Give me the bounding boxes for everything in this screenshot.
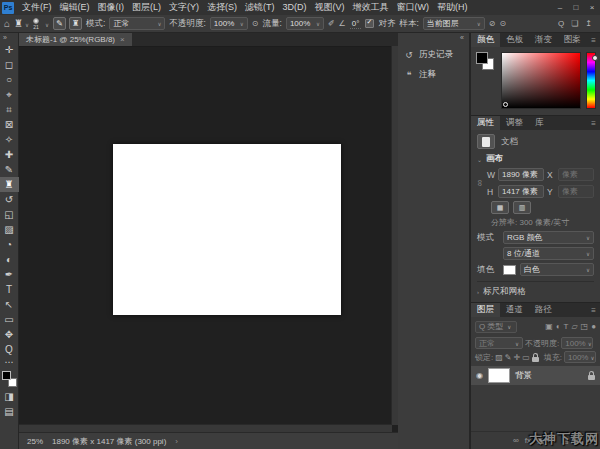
clone-stamp-tool[interactable]: ♜ [0, 177, 19, 192]
link-dimensions-icon[interactable] [477, 178, 484, 188]
color-field-cursor[interactable] [503, 102, 508, 107]
panel-tab[interactable]: 属性 [471, 116, 500, 130]
frame-tool[interactable]: ⊠ [0, 117, 19, 132]
hue-slider[interactable] [586, 52, 596, 109]
menu-item[interactable]: 文件(F) [18, 0, 56, 15]
lock-transparent-icon[interactable]: ▨ [495, 353, 503, 362]
screen-mode-button[interactable]: ▤ [0, 404, 19, 419]
menu-item[interactable]: 编辑(E) [56, 0, 94, 15]
eraser-tool[interactable]: ◱ [0, 207, 19, 222]
panel-tab[interactable]: 库 [529, 116, 550, 130]
dock-history[interactable]: ↺ 历史记录 [398, 45, 469, 65]
color-swatches[interactable] [2, 371, 17, 387]
lock-artboard-icon[interactable]: ▭ [522, 353, 530, 362]
crop-tool[interactable]: ⌗ [0, 102, 19, 117]
layer-thumbnail[interactable] [488, 368, 510, 383]
menu-item[interactable]: 图像(I) [94, 0, 129, 15]
type-tool[interactable]: T [0, 282, 19, 297]
history-brush-tool[interactable]: ↺ [0, 192, 19, 207]
toggle-clone-source-icon[interactable]: ♜ [69, 17, 82, 30]
spot-healing-tool[interactable]: ✚ [0, 147, 19, 162]
foreground-color-swatch[interactable] [476, 52, 488, 64]
path-selection-tool[interactable]: ↖ [0, 297, 19, 312]
panel-tab[interactable]: 通道 [500, 303, 529, 317]
canvas-section-header[interactable]: ⌄ 画布 [477, 153, 594, 165]
hue-slider-thumb[interactable] [592, 55, 598, 61]
move-tool[interactable]: ✛ [0, 42, 19, 57]
object-selection-tool[interactable]: ⌖ [0, 87, 19, 102]
filter-shape-icon[interactable]: ▱ [571, 322, 577, 331]
horizontal-scrollbar[interactable] [19, 424, 392, 432]
ignore-adjustment-layers-icon[interactable]: ⊘ [489, 20, 496, 28]
zoom-tool[interactable]: Q [0, 342, 19, 357]
zoom-level-field[interactable]: 25% [27, 437, 43, 446]
panel-tab[interactable]: 渐变 [529, 33, 558, 47]
share-image-icon[interactable]: ↥ [585, 20, 592, 28]
canvas-rotate-icon[interactable]: ▥ [513, 201, 531, 214]
blur-tool[interactable]: ◔ [0, 237, 19, 252]
layer-effects-icon[interactable]: fx [525, 436, 531, 445]
document-canvas[interactable] [113, 144, 341, 315]
layer-group-icon[interactable]: ▤ [561, 436, 569, 445]
lasso-tool[interactable]: ○ [0, 72, 19, 87]
tab-close-icon[interactable]: × [120, 35, 125, 44]
layer-row-background[interactable]: ◉ 背景 [471, 366, 600, 385]
layer-opacity-select[interactable]: 100% [561, 337, 593, 349]
opacity-select[interactable]: 100% [210, 17, 248, 30]
panel-tab[interactable]: 路径 [529, 303, 558, 317]
rectangle-tool[interactable]: ▭ [0, 312, 19, 327]
sample-select[interactable]: 当前图层 [423, 17, 485, 30]
panel-color-swatches[interactable] [476, 52, 496, 72]
home-icon[interactable]: ⌂ [4, 19, 10, 29]
menu-item[interactable]: 视图(V) [311, 0, 349, 15]
canvas-fill-select[interactable]: 白色 [520, 263, 594, 276]
link-layers-icon[interactable]: ∞ [513, 436, 519, 445]
y-field[interactable]: 像素 [558, 185, 594, 198]
gradient-tool[interactable]: ▨ [0, 222, 19, 237]
filter-type-icon[interactable]: T [564, 322, 569, 331]
layer-blend-mode-select[interactable]: 正常 [475, 337, 523, 349]
layer-filter-select[interactable]: Q 类型 [475, 321, 517, 333]
section-expand-icon[interactable]: ⌄ [477, 156, 482, 163]
layer-visibility-icon[interactable]: ◉ [476, 371, 483, 380]
foreground-color-swatch[interactable] [2, 371, 11, 380]
height-field[interactable]: 1417 像素 [498, 185, 544, 198]
status-caret-icon[interactable]: › [175, 437, 178, 446]
menu-item[interactable]: 增效工具 [349, 0, 393, 15]
menu-item[interactable]: 窗口(W) [393, 0, 434, 15]
filter-pixel-icon[interactable]: ▣ [545, 322, 553, 331]
layer-mask-icon[interactable]: ▣ [537, 436, 545, 445]
pen-tool[interactable]: ✒ [0, 267, 19, 282]
pressure-size-icon[interactable]: ⊙ [500, 20, 507, 28]
brush-tool[interactable]: ✎ [0, 162, 19, 177]
brush-angle-value[interactable]: 0° [350, 19, 362, 29]
layer-name[interactable]: 背景 [515, 370, 532, 382]
toggle-brush-settings-icon[interactable]: ✎ [53, 17, 66, 30]
document-tab[interactable]: 未标题-1 @ 25%(RGB/8) × [19, 33, 132, 46]
bit-depth-select[interactable]: 8 位/通道 [503, 247, 594, 260]
aligned-checkbox[interactable] [365, 19, 374, 28]
x-field[interactable]: 像素 [558, 168, 594, 181]
filter-smart-object-icon[interactable]: ◳ [581, 322, 589, 331]
edit-toolbar-icon[interactable]: ⋯ [5, 357, 14, 368]
rulers-grids-section-header[interactable]: › 标尺和网格 [477, 281, 594, 298]
new-layer-icon[interactable]: ⊞ [575, 436, 582, 445]
blend-mode-select[interactable]: 正常 [109, 17, 165, 30]
lock-position-icon[interactable]: ✛ [514, 353, 521, 362]
lock-all-icon[interactable] [532, 357, 539, 362]
airbrush-icon[interactable]: ✐ [328, 20, 335, 28]
panel-menu-icon[interactable]: ≡ [587, 303, 600, 317]
canvas-crop-icon[interactable]: ▦ [491, 201, 509, 214]
vertical-scrollbar[interactable] [391, 46, 398, 425]
toolbar-collapse-icon[interactable]: » [3, 33, 7, 42]
dock-notes[interactable]: ❝ 注释 [398, 65, 469, 85]
background-lock-icon[interactable] [588, 375, 595, 380]
menu-item[interactable]: 滤镜(T) [241, 0, 279, 15]
brush-picker-caret-icon[interactable] [43, 19, 49, 29]
panel-tab[interactable]: 色板 [500, 33, 529, 47]
saturation-brightness-field[interactable] [501, 52, 581, 109]
panel-tab[interactable]: 图层 [471, 303, 500, 317]
filter-adjustment-icon[interactable]: ◐ [556, 322, 561, 331]
filter-toggle-icon[interactable]: ● [591, 322, 596, 331]
workspace-switcher-icon[interactable]: ❏ [571, 20, 578, 28]
